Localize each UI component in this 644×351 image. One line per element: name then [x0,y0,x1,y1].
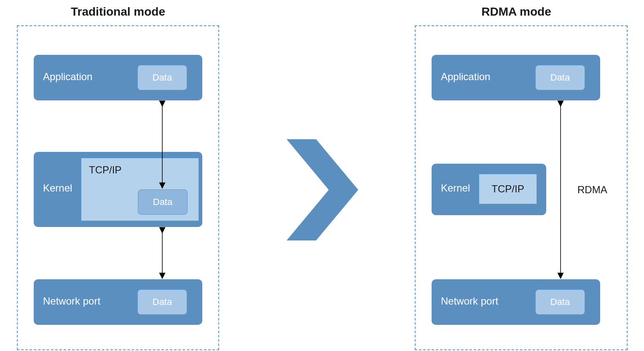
data-chip-application-left: Data [137,65,187,90]
block-network-right: Network port Data [432,279,600,325]
label-application-left: Application [43,71,92,83]
block-kernel-right: Kernel TCP/IP [432,164,546,215]
label-tcpip-left: TCP/IP [89,164,121,176]
title-rdma: RDMA mode [432,5,601,19]
block-application-left: Application Data [34,55,202,100]
block-application-right: Application Data [432,55,600,100]
data-chip-network-left: Data [137,289,187,315]
data-chip-kernel-left: Data [138,189,188,215]
chevron-icon [287,139,358,240]
block-network-left: Network port Data [34,279,202,325]
label-kernel-right: Kernel [441,182,470,194]
label-kernel-left: Kernel [43,182,72,194]
label-network-left: Network port [43,295,100,307]
label-network-right: Network port [441,295,498,307]
tcpip-box-right: TCP/IP [479,174,537,204]
data-chip-application-right: Data [535,65,585,90]
tcpip-box-left: TCP/IP Data [81,158,199,221]
label-rdma: RDMA [577,184,607,196]
title-traditional: Traditional mode [34,5,202,19]
label-application-right: Application [441,71,490,83]
data-chip-network-right: Data [535,289,585,315]
label-tcpip-right: TCP/IP [491,183,524,195]
block-kernel-left: Kernel TCP/IP Data [34,152,202,227]
